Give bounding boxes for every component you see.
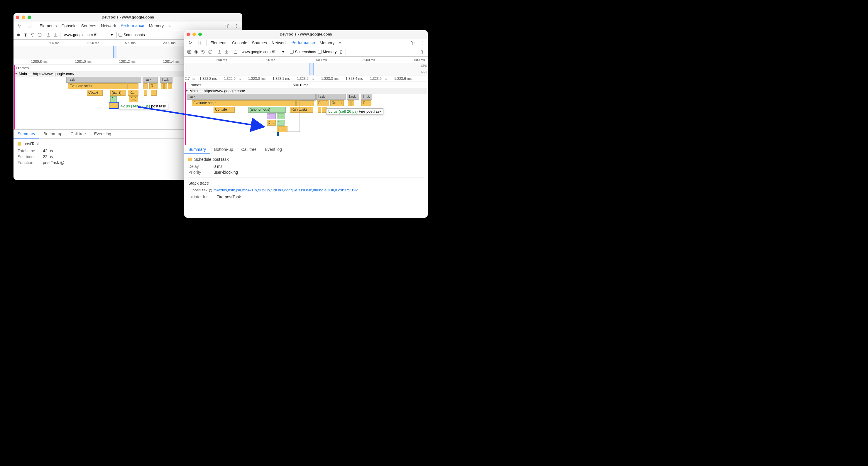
overview-strip[interactable]: CPU NET (184, 63, 428, 76)
record-icon[interactable] (16, 32, 21, 37)
download-icon[interactable] (53, 32, 58, 37)
evaluate-script-bar[interactable]: Evaluate script (192, 100, 296, 106)
tab-memory[interactable]: Memory (317, 38, 337, 47)
tab-summary[interactable]: Summary (13, 130, 39, 139)
flame-bar[interactable]: Ru…s (330, 100, 344, 106)
flame-bar[interactable]: (…) (129, 96, 138, 102)
anonymous-bar[interactable]: (anonymous) (248, 107, 286, 113)
overview-selection[interactable] (309, 63, 314, 75)
inspect-element-icon[interactable] (15, 22, 25, 30)
task-bar[interactable]: Task (66, 77, 142, 83)
flame-bar[interactable]: (a…s) (110, 90, 126, 96)
tab-console[interactable]: Console (59, 22, 79, 30)
flame-bar[interactable] (161, 83, 164, 89)
home-icon[interactable] (233, 49, 238, 55)
selected-marker[interactable] (277, 132, 279, 136)
schedule-posttask-bar[interactable]: p… (277, 126, 287, 132)
evaluate-script-bar[interactable]: Evaluate script (68, 83, 128, 89)
clear-icon[interactable] (208, 49, 213, 55)
settings-icon[interactable] (222, 22, 232, 30)
reload-icon[interactable] (200, 49, 206, 55)
tab-performance[interactable]: Performance (118, 22, 146, 30)
tab-elements[interactable]: Elements (208, 38, 230, 47)
tab-call-tree[interactable]: Call tree (67, 130, 90, 138)
tab-summary[interactable]: Summary (184, 145, 210, 154)
more-tabs-icon[interactable]: » (166, 22, 173, 30)
minimize-icon[interactable] (22, 16, 25, 19)
traffic-lights[interactable] (16, 16, 31, 19)
flame-bar[interactable]: Co…e (87, 90, 103, 96)
flame-bar[interactable] (128, 83, 138, 89)
screenshots-checkbox[interactable]: Screenshots (290, 50, 316, 54)
minimize-icon[interactable] (192, 33, 196, 36)
flame-bar[interactable] (318, 107, 321, 113)
tab-call-tree[interactable]: Call tree (237, 145, 261, 154)
tab-memory[interactable]: Memory (147, 22, 166, 30)
tab-sources[interactable]: Sources (79, 22, 99, 30)
flame-bar[interactable] (164, 83, 167, 89)
posttask-p-bar[interactable]: p… (267, 120, 276, 125)
tab-performance[interactable]: Performance (289, 39, 317, 47)
download-icon[interactable] (224, 49, 229, 55)
flame-bar[interactable]: f (267, 113, 276, 119)
tab-bottom-up[interactable]: Bottom-up (210, 145, 237, 154)
tab-network[interactable]: Network (99, 22, 118, 30)
memory-checkbox[interactable]: Memory (318, 50, 337, 54)
tab-event-log[interactable]: Event log (261, 145, 286, 154)
tab-sources[interactable]: Sources (250, 38, 269, 47)
record-icon[interactable] (187, 49, 192, 55)
flame-bar[interactable] (348, 100, 351, 106)
traffic-lights[interactable] (187, 33, 202, 36)
tab-bottom-up[interactable]: Bottom-up (39, 130, 67, 138)
fire-posttask-bar[interactable]: Fi…k (317, 100, 329, 106)
run-microtasks-bar[interactable]: Run …sks (290, 107, 313, 113)
task-bar[interactable]: T…k (160, 77, 173, 83)
flame-bar[interactable]: Co…de (214, 107, 235, 113)
task-bar[interactable]: Task (143, 77, 158, 83)
overview-selection[interactable] (113, 46, 117, 58)
record-dot-icon[interactable] (23, 32, 28, 37)
task-bar[interactable]: Task (347, 94, 359, 100)
recording-selector[interactable]: www.google.com #1▾ (62, 32, 115, 37)
flame-bar[interactable]: R…s (128, 90, 138, 96)
flame-bar[interactable]: R… (149, 83, 157, 89)
posttask-bar-selected[interactable] (109, 103, 119, 109)
stack-frame-link[interactable]: m=cdos,hsm,jsa,mb4ZUb,cEt90b,SNUn3,qddgK… (214, 188, 358, 192)
upload-icon[interactable] (46, 32, 51, 37)
kebab-menu-icon[interactable]: ⋮ (232, 22, 241, 30)
flame-bar[interactable]: r… (277, 113, 284, 119)
main-track-header[interactable]: ▼Main — https://www.google.com/ (184, 88, 428, 94)
flame-bar[interactable] (151, 90, 157, 96)
tab-network[interactable]: Network (269, 38, 289, 47)
more-tabs-icon[interactable]: » (337, 38, 344, 47)
close-icon[interactable] (187, 33, 190, 36)
record-dot-icon[interactable] (194, 49, 199, 55)
collect-garbage-icon[interactable] (339, 49, 344, 55)
device-toggle-icon[interactable] (25, 22, 35, 30)
flame-bar[interactable] (296, 100, 314, 106)
flame-bar[interactable]: f (277, 120, 284, 125)
recording-selector[interactable]: www.google.com #1▾ (240, 49, 286, 55)
upload-icon[interactable] (217, 49, 222, 55)
task-bar[interactable]: T…k (361, 94, 372, 100)
flame-bar[interactable]: f (110, 96, 117, 102)
flame-bar[interactable] (144, 90, 147, 96)
flame-bar[interactable]: F…k (362, 100, 371, 106)
flame-chart[interactable]: Frames500.0 ms ▼Main — https://www.googl… (184, 82, 428, 145)
settings-icon[interactable] (408, 38, 418, 47)
reload-icon[interactable] (30, 32, 35, 37)
task-bar[interactable]: Task (316, 94, 346, 100)
flame-bar[interactable] (351, 100, 354, 106)
kebab-menu-icon[interactable]: ⋮ (418, 38, 427, 47)
tab-elements[interactable]: Elements (37, 22, 59, 30)
device-toggle-icon[interactable] (195, 38, 205, 47)
close-icon[interactable] (16, 16, 19, 19)
flame-bar[interactable] (144, 83, 148, 89)
screenshots-checkbox[interactable]: Screenshots (119, 33, 145, 37)
task-bar[interactable]: Task (187, 94, 316, 100)
settings-icon[interactable] (420, 49, 425, 55)
clear-icon[interactable] (37, 32, 42, 37)
tab-event-log[interactable]: Event log (90, 130, 115, 138)
flame-bar[interactable] (168, 83, 172, 89)
inspect-element-icon[interactable] (185, 38, 195, 47)
